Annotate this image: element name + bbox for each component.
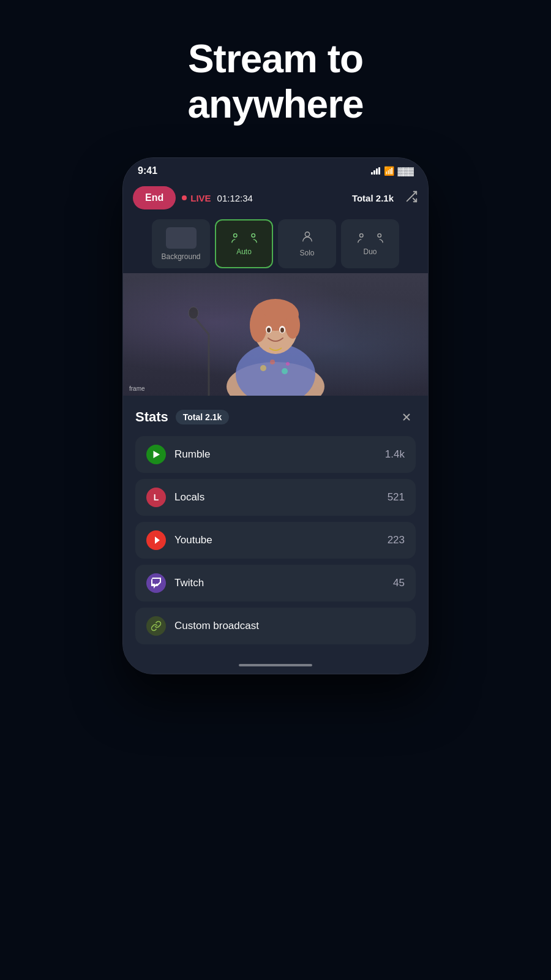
youtube-count: 223: [388, 534, 405, 546]
twitch-name: Twitch: [174, 577, 384, 589]
headline: Stream to anywhere: [187, 37, 363, 127]
svg-rect-29: [155, 580, 156, 582]
youtube-name: Youtube: [174, 534, 379, 546]
total-count-value: 2.1k: [376, 193, 394, 203]
svg-point-20: [267, 328, 271, 333]
locals-icon: L: [146, 488, 166, 507]
total-label: Total: [352, 193, 373, 203]
stream-timer: 01:12:34: [217, 193, 253, 203]
rumble-name: Rumble: [174, 448, 377, 461]
stats-title: Stats: [135, 409, 168, 425]
mode-auto[interactable]: Auto: [215, 219, 273, 268]
svg-point-21: [280, 328, 284, 333]
locals-name: Locals: [174, 491, 379, 503]
custom-icon: [146, 616, 166, 636]
live-badge: LIVE: [182, 193, 211, 203]
stats-header: Stats Total 2.1k: [135, 408, 416, 426]
twitch-icon: [146, 573, 166, 593]
wifi-icon: 📶: [384, 166, 394, 176]
mode-background-label: Background: [161, 252, 200, 261]
svg-marker-28: [155, 537, 160, 544]
svg-point-11: [282, 368, 288, 374]
live-dot: [182, 195, 187, 200]
stats-total-label: Total: [183, 412, 203, 422]
svg-point-24: [189, 307, 198, 319]
frame-label: frame: [129, 385, 145, 392]
mode-duo-label: Duo: [363, 247, 377, 256]
svg-point-6: [378, 234, 381, 238]
rumble-count: 1.4k: [385, 448, 405, 461]
end-button[interactable]: End: [133, 186, 176, 209]
rumble-icon: [146, 445, 166, 464]
platform-row-youtube[interactable]: Youtube 223: [135, 522, 416, 559]
top-bar: End LIVE 01:12:34 Total 2.1k: [123, 181, 428, 214]
status-bar: 9:41 📶 ▓▓▓: [123, 158, 428, 181]
video-preview: frame: [123, 273, 428, 396]
stats-panel: Stats Total 2.1k Rumble 1.4k: [123, 396, 428, 657]
total-count: Total 2.1k: [352, 193, 394, 203]
mode-duo[interactable]: Duo: [341, 219, 399, 268]
headline-line2: anywhere: [187, 82, 363, 126]
youtube-icon: [146, 530, 166, 550]
mode-solo-label: Solo: [299, 249, 314, 257]
svg-point-9: [260, 365, 266, 371]
platform-row-locals[interactable]: L Locals 521: [135, 479, 416, 516]
svg-point-16: [250, 308, 267, 342]
mode-background[interactable]: Background: [152, 219, 210, 268]
svg-point-2: [233, 234, 237, 238]
locals-count: 521: [388, 491, 405, 503]
svg-point-17: [285, 312, 300, 339]
svg-point-10: [270, 360, 275, 364]
mode-selector: Background Auto: [123, 214, 428, 273]
svg-point-3: [252, 234, 255, 238]
live-label: LIVE: [190, 193, 211, 203]
shuffle-button[interactable]: [405, 190, 418, 206]
battery-icon: ▓▓▓: [398, 167, 413, 176]
home-indicator: [123, 657, 428, 674]
platform-row-rumble[interactable]: Rumble 1.4k: [135, 436, 416, 473]
home-bar: [239, 664, 312, 666]
signal-icon: [371, 167, 380, 175]
stats-close-button[interactable]: [397, 408, 416, 426]
twitch-count: 45: [393, 577, 405, 589]
custom-name: Custom broadcast: [174, 620, 396, 632]
svg-line-23: [193, 316, 209, 334]
mode-solo[interactable]: Solo: [278, 219, 336, 268]
svg-rect-30: [157, 580, 159, 582]
svg-point-4: [305, 232, 309, 236]
status-time: 9:41: [138, 165, 157, 176]
stats-total-badge: Total 2.1k: [176, 410, 230, 424]
duo-icon: [356, 232, 384, 245]
status-icons: 📶 ▓▓▓: [371, 166, 413, 176]
stats-list: Rumble 1.4k L Locals 521 Youtube 22: [135, 436, 416, 657]
svg-point-12: [286, 362, 290, 366]
mode-auto-label: Auto: [236, 247, 252, 256]
solo-icon: [301, 230, 314, 246]
platform-row-twitch[interactable]: Twitch 45: [135, 565, 416, 601]
phone-mockup: 9:41 📶 ▓▓▓ End LIVE 01:12:34 Total 2.1k: [122, 157, 429, 674]
background-thumb: [166, 227, 197, 249]
headline-line1: Stream to: [188, 37, 363, 81]
microphone: [184, 298, 233, 396]
svg-marker-27: [154, 451, 160, 458]
stats-total-count: 2.1k: [205, 412, 222, 422]
svg-point-5: [359, 234, 363, 238]
auto-icon: [230, 232, 258, 245]
platform-row-custom[interactable]: Custom broadcast: [135, 608, 416, 644]
